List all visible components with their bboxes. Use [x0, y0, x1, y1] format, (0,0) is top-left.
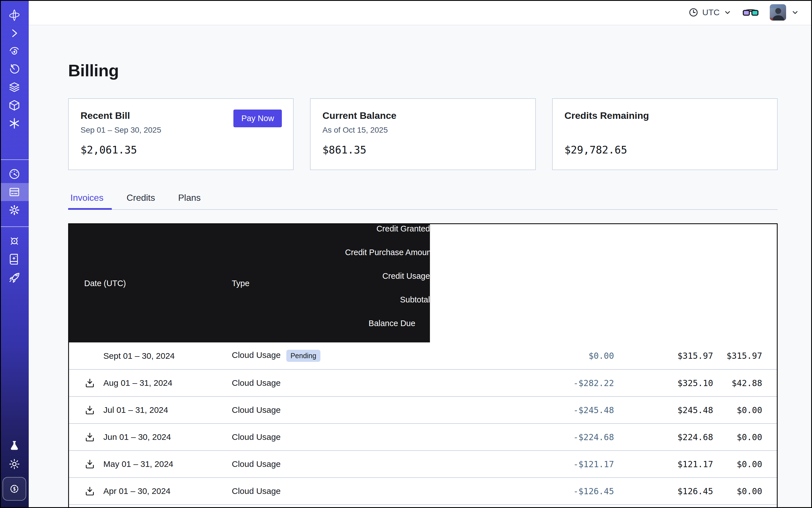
sidebar: $ — [0, 0, 29, 508]
column-header: Type — [232, 224, 345, 342]
invoice-type: Cloud Usage — [232, 486, 281, 496]
card-title: Current Balance — [323, 110, 523, 121]
history-icon — [8, 63, 21, 76]
sidebar-item-observe[interactable] — [0, 42, 29, 60]
credit-usage-value: -$245.48 — [526, 396, 614, 424]
sidebar-item-history[interactable] — [0, 60, 29, 78]
download-icon — [84, 377, 95, 389]
sidebar-divider — [0, 159, 29, 160]
gauge-icon — [8, 168, 21, 180]
flask-icon — [8, 439, 21, 453]
timezone-selector[interactable]: UTC — [689, 8, 731, 17]
credit-purchase-amount-value — [430, 477, 525, 505]
sidebar-item-usage[interactable] — [0, 165, 29, 183]
table-row: Sept 01 – 30, 2024 Cloud UsagePending $0… — [69, 342, 777, 370]
sidebar-item-billing[interactable] — [0, 183, 29, 201]
recent-bill-amount: $2,061.35 — [81, 144, 137, 156]
credit-purchase-amount-value — [430, 424, 525, 451]
download-invoice-button[interactable] — [84, 458, 103, 470]
table-row: Jun 01 – 30, 2024 Cloud Usage -$224.68 $… — [69, 424, 777, 451]
invoice-table-body: Sept 01 – 30, 2024 Cloud UsagePending $0… — [69, 342, 777, 508]
pay-now-button[interactable]: Pay Now — [233, 110, 282, 127]
sidebar-item-asterisk[interactable] — [0, 114, 29, 132]
subtotal-value: $121.17 — [614, 451, 713, 477]
tab-plans[interactable]: Plans — [176, 193, 209, 209]
invoice-type: Cloud Usage — [232, 432, 281, 441]
download-invoice-button[interactable] — [84, 377, 103, 389]
credits-remaining-amount: $29,782.65 — [564, 144, 627, 156]
invoice-type: Cloud Usage — [232, 350, 281, 359]
invoice-period: Aug 01 – 31, 2024 — [103, 378, 172, 387]
balance-due-value: $0.00 — [713, 396, 777, 424]
balance-due-value: $0.00 — [713, 424, 777, 451]
download-icon — [84, 431, 95, 443]
credit-usage-value: -$126.45 — [526, 477, 614, 505]
recent-bill-card: Recent Bill Sep 01 – Sep 30, 2025 $2,061… — [68, 98, 294, 170]
table-row: Apr 01 – 30, 2024 Cloud Usage -$126.45 $… — [69, 477, 777, 505]
subtotal-value: $126.45 — [614, 477, 713, 505]
balance-due-value: $0.00 — [713, 477, 777, 505]
table-header-row: Date (UTC)TypeCredit GrantedCredit Purch… — [69, 224, 777, 342]
invoice-type: Cloud Usage — [232, 405, 281, 415]
balance-due-value: $42.88 — [713, 370, 777, 396]
credits-button[interactable]: $ — [3, 477, 26, 501]
column-header: Subtotal — [345, 295, 430, 319]
invoice-period: Jul 01 – 31, 2024 — [103, 405, 168, 415]
page-title: Billing — [68, 61, 778, 80]
download-invoice-button[interactable] — [84, 485, 103, 497]
tab-invoices[interactable]: Invoices — [68, 193, 112, 209]
invoice-type: Cloud Usage — [232, 378, 281, 387]
tab-credits[interactable]: Credits — [124, 193, 163, 209]
credit-purchase-amount-value: $0.00 — [430, 505, 525, 508]
invoice-period: Jun 01 – 30, 2024 — [103, 432, 171, 441]
table-row: Jul 01 – 31, 2024 Cloud Usage -$245.48 $… — [69, 396, 777, 424]
balance-due-value: $315.97 — [713, 342, 777, 370]
theme-toggle[interactable] — [0, 455, 29, 473]
sun-icon — [8, 458, 21, 471]
asterisk-icon — [8, 117, 21, 130]
current-balance-card: Current Balance As of Oct 15, 2025 $861.… — [310, 98, 536, 170]
credit-usage-value: $0.00 — [526, 505, 614, 508]
account-menu[interactable] — [770, 4, 799, 20]
sidebar-item-getting-started[interactable] — [0, 268, 29, 286]
download-icon — [84, 458, 95, 470]
download-invoice-button[interactable] — [84, 431, 103, 443]
balance-due-value: $0.00 — [713, 451, 777, 477]
avatar — [770, 4, 786, 20]
download-icon — [84, 485, 95, 497]
main-content: Billing Recent Bill Sep 01 – Sep 30, 202… — [29, 25, 812, 508]
subtotal-value: $325.10 — [614, 370, 713, 396]
sidebar-item-docs[interactable] — [0, 250, 29, 268]
column-header: Balance Due — [345, 319, 430, 342]
subtotal-value: $224.68 — [614, 424, 713, 451]
table-row: Aug 01 – 31, 2024 Cloud Usage -$282.22 $… — [69, 370, 777, 396]
cube-icon — [8, 99, 21, 112]
iris-icon — [8, 45, 21, 58]
reader-mode-button[interactable] — [743, 7, 759, 18]
credit-purchase-amount-value — [430, 370, 525, 396]
credit-granted-value — [345, 342, 430, 370]
credit-usage-value: -$224.68 — [526, 424, 614, 451]
download-invoice-button[interactable] — [84, 405, 103, 416]
sidebar-item-labs[interactable] — [0, 437, 29, 455]
invoice-type: Cloud Usage — [232, 459, 281, 469]
billing-icon — [8, 185, 21, 199]
dollar-badge-icon: $ — [8, 482, 21, 495]
credits-remaining-card: Credits Remaining $29,782.65 — [552, 98, 778, 170]
credit-usage-value: -$121.17 — [526, 451, 614, 477]
sidebar-logo[interactable] — [0, 6, 29, 24]
topbar: UTC — [29, 0, 812, 25]
credit-granted-value — [345, 424, 430, 451]
chevron-right-icon — [8, 27, 21, 40]
sidebar-item-layers[interactable] — [0, 78, 29, 96]
app-root: $ UTC — [0, 0, 812, 508]
sidebar-item-support[interactable] — [0, 232, 29, 250]
invoice-period: May 01 – 31, 2024 — [103, 459, 173, 469]
sidebar-item-settings[interactable] — [0, 201, 29, 219]
column-header: Credit Purchase Amount — [345, 248, 430, 271]
content-column: UTC — [29, 0, 812, 508]
sidebar-item-cube[interactable] — [0, 96, 29, 114]
chevron-down-icon — [724, 8, 731, 16]
sidebar-item-expand[interactable] — [0, 24, 29, 42]
balance-due-value: $0.00 — [713, 505, 777, 508]
